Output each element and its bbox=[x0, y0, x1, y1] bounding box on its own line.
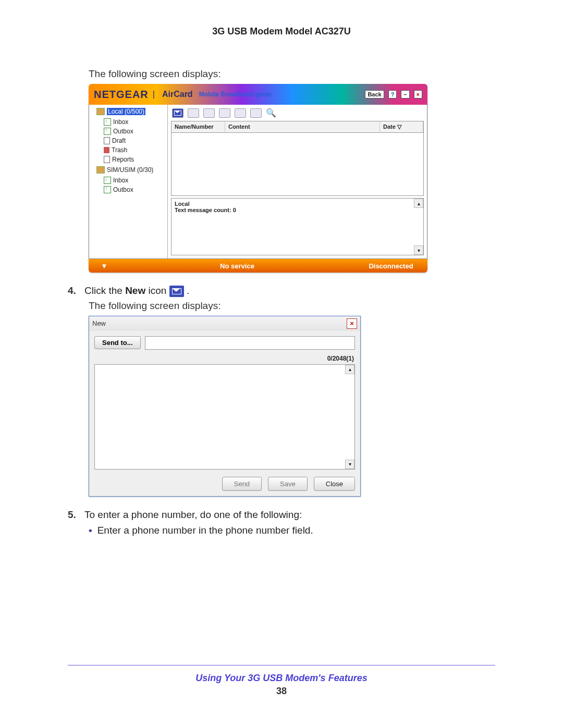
import-icon[interactable] bbox=[250, 108, 262, 118]
aircard-genie-window: NETGEAR | AirCard Mobile Broadband genie… bbox=[89, 84, 427, 273]
doc-icon bbox=[104, 137, 110, 144]
step-number: 4. bbox=[68, 285, 80, 297]
inbox-icon bbox=[104, 177, 111, 184]
message-preview-pane: Local Text message count: 0 ▴ ▾ bbox=[171, 198, 424, 255]
brand-sub: Mobile Broadband genie bbox=[199, 91, 272, 98]
trash-icon bbox=[104, 147, 109, 153]
bullet-icon: • bbox=[89, 525, 92, 536]
new-message-icon[interactable] bbox=[172, 108, 183, 118]
forward-icon[interactable] bbox=[203, 108, 215, 118]
new-icon-inline bbox=[169, 286, 184, 297]
col-date[interactable]: Date ▽ bbox=[380, 121, 423, 132]
close-button[interactable]: Close bbox=[314, 477, 355, 491]
genie-status-bar: ▼ No service Disconnected bbox=[89, 259, 427, 273]
new-message-dialog: New × Send to... 0/2048(1) ▴ ▾ Send Save… bbox=[89, 316, 361, 497]
tree-local[interactable]: Local (0/500) bbox=[96, 107, 167, 116]
char-counter: 0/2048(1) bbox=[94, 355, 354, 362]
status-local: Local bbox=[175, 201, 420, 207]
tree-trash[interactable]: Trash bbox=[104, 145, 134, 155]
page-number: 38 bbox=[0, 686, 563, 697]
sms-toolbar: 🔍 bbox=[168, 105, 427, 121]
dialog-title: New bbox=[92, 319, 106, 327]
scroll-up-icon[interactable]: ▴ bbox=[345, 365, 354, 374]
folder-icon bbox=[96, 108, 105, 115]
scroll-up-icon[interactable]: ▴ bbox=[414, 199, 423, 208]
status-count: Text message count: 0 bbox=[175, 207, 420, 213]
footer-chapter: Using Your 3G USB Modem's Features bbox=[0, 673, 563, 684]
send-to-button[interactable]: Send to... bbox=[94, 336, 141, 349]
doc-header: 3G USB Modem Model AC327U bbox=[68, 26, 495, 37]
help-button[interactable]: ? bbox=[388, 90, 397, 98]
step4-after-text: The following screen displays: bbox=[89, 300, 495, 312]
minimize-button[interactable]: – bbox=[401, 90, 409, 98]
export-icon[interactable] bbox=[235, 108, 246, 118]
tree-sim[interactable]: SIM/USIM (0/30) bbox=[96, 165, 167, 175]
tree-outbox[interactable]: Outbox bbox=[104, 127, 134, 136]
tree-draft[interactable]: Draft bbox=[104, 136, 134, 145]
scroll-down-icon[interactable]: ▾ bbox=[345, 460, 354, 469]
save-button[interactable]: Save bbox=[268, 477, 308, 491]
bullet-1: • Enter a phone number in the phone numb… bbox=[89, 525, 495, 536]
inbox-icon bbox=[104, 118, 111, 126]
send-button[interactable]: Send bbox=[222, 477, 262, 491]
outbox-icon bbox=[104, 128, 111, 135]
tree-sim-inbox[interactable]: Inbox bbox=[104, 176, 133, 185]
tree-inbox[interactable]: Inbox bbox=[104, 117, 134, 127]
tree-reports[interactable]: Reports bbox=[104, 155, 134, 164]
phone-number-field[interactable] bbox=[145, 336, 356, 350]
step-5: 5. To enter a phone number, do one of th… bbox=[68, 509, 495, 521]
folder-tree: Local (0/500) Inbox Outbox Draft Trash R… bbox=[89, 105, 168, 258]
dialog-close-icon[interactable]: × bbox=[347, 318, 357, 329]
tree-sim-outbox[interactable]: Outbox bbox=[104, 185, 133, 194]
delete-icon[interactable] bbox=[219, 108, 230, 118]
service-status: No service bbox=[120, 262, 354, 270]
col-name[interactable]: Name/Number bbox=[172, 121, 225, 132]
message-textarea[interactable]: ▴ ▾ bbox=[94, 364, 355, 470]
brand-aircard: AirCard bbox=[162, 90, 193, 99]
genie-titlebar: NETGEAR | AirCard Mobile Broadband genie… bbox=[89, 84, 427, 105]
scroll-down-icon[interactable]: ▾ bbox=[414, 245, 423, 255]
outbox-icon bbox=[104, 186, 111, 193]
brand-netgear: NETGEAR bbox=[94, 89, 149, 101]
col-content[interactable]: Content bbox=[225, 121, 380, 132]
close-window-button[interactable]: × bbox=[414, 90, 422, 98]
reply-icon[interactable] bbox=[188, 108, 199, 118]
intro-text: The following screen displays: bbox=[89, 68, 495, 80]
folder-icon bbox=[96, 166, 105, 174]
back-button[interactable]: Back bbox=[365, 90, 384, 98]
footer-divider bbox=[68, 665, 495, 665]
step-number: 5. bbox=[68, 509, 80, 521]
search-icon[interactable]: 🔍 bbox=[266, 108, 276, 118]
connection-status: Disconnected bbox=[354, 262, 427, 270]
signal-icon: ▼ bbox=[89, 262, 120, 270]
message-list: Name/Number Content Date ▽ bbox=[171, 121, 424, 196]
dialog-titlebar: New × bbox=[89, 316, 360, 331]
step-4: 4. Click the New icon . bbox=[68, 285, 495, 297]
doc-icon bbox=[104, 156, 110, 163]
